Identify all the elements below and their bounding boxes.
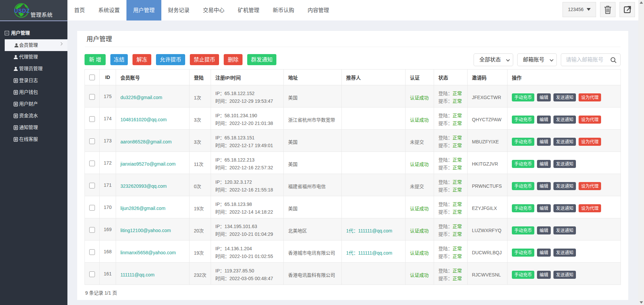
svg-text:USDZ: USDZ [14, 8, 30, 14]
